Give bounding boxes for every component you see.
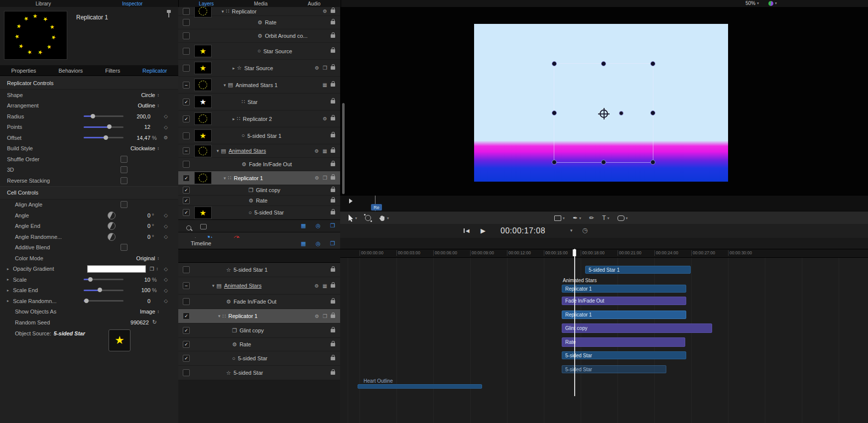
disclosure-triangle-icon[interactable]: ▸ bbox=[233, 116, 235, 121]
selection-handle[interactable] bbox=[601, 61, 606, 66]
track-bar[interactable] bbox=[358, 384, 482, 389]
show-behaviors-button[interactable]: ◎ bbox=[316, 222, 321, 229]
lock-icon[interactable] bbox=[331, 199, 335, 203]
radius-value[interactable]: 200,0 bbox=[129, 113, 150, 119]
layers-scrollbar[interactable] bbox=[342, 103, 345, 194]
lock-icon[interactable] bbox=[331, 117, 335, 120]
mask-tool-button[interactable]: ▾ bbox=[618, 215, 628, 221]
lock-icon[interactable] bbox=[331, 134, 335, 137]
activation-checkbox[interactable] bbox=[183, 132, 190, 139]
tab-media[interactable]: Media bbox=[254, 1, 267, 6]
disclosure-triangle-icon[interactable]: ▾ bbox=[224, 83, 226, 88]
show-filters-button[interactable]: ❐ bbox=[330, 222, 335, 229]
tab-inspector[interactable]: Inspector bbox=[122, 1, 142, 6]
gear-icon[interactable]: ⚙ bbox=[315, 65, 319, 71]
offset-slider[interactable] bbox=[84, 137, 124, 138]
layer-row[interactable]: – ▾ ▤ Animated Stars 1 ▦ bbox=[178, 77, 340, 94]
show-grid-button[interactable]: ▦ bbox=[301, 222, 306, 229]
activation-checkbox[interactable] bbox=[183, 161, 190, 168]
offset-value[interactable]: 14,47 bbox=[129, 135, 150, 141]
activation-checkbox[interactable] bbox=[183, 369, 190, 376]
layer-row[interactable]: ✓ ★ ∷ Star bbox=[178, 94, 340, 110]
filmstrip-icon[interactable]: ▦ bbox=[323, 283, 327, 289]
timecode-display[interactable]: 00:00:17:08 bbox=[500, 226, 545, 235]
behavior-gear-icon[interactable]: ⚙ bbox=[164, 135, 168, 140]
activation-checkbox[interactable] bbox=[183, 266, 190, 273]
gear-icon[interactable]: ⚙ bbox=[315, 175, 319, 181]
transform-target-icon[interactable] bbox=[600, 109, 608, 118]
activation-checkbox[interactable]: ✓ bbox=[183, 115, 190, 122]
timeline-row[interactable]: – ▾ ▤ Animated Stars ⚙▦ bbox=[178, 277, 340, 295]
scale-randomness-slider[interactable] bbox=[84, 300, 124, 302]
text-tool-button[interactable]: T▾ bbox=[602, 214, 609, 221]
tab-behaviors[interactable]: Behaviors bbox=[58, 68, 83, 74]
activation-checkbox[interactable] bbox=[183, 19, 190, 26]
track-bar-selected[interactable]: Replicator 1 bbox=[562, 311, 686, 319]
layer-row[interactable]: ★ ○ 5-sided Star 1 bbox=[178, 127, 340, 144]
shape-popup[interactable]: Circle bbox=[134, 92, 155, 98]
filmstrip-icon[interactable]: ▦ bbox=[323, 82, 327, 88]
track-bar[interactable]: Glint copy bbox=[562, 323, 712, 333]
points-slider[interactable] bbox=[84, 126, 124, 128]
disclosure-triangle-icon[interactable]: ▸ bbox=[233, 66, 235, 71]
activation-checkbox[interactable] bbox=[183, 32, 190, 39]
activation-checkbox[interactable]: ✓ bbox=[183, 313, 190, 319]
random-seed-value[interactable]: 990622 bbox=[128, 319, 149, 325]
track-bar[interactable]: 5-sided Star bbox=[562, 365, 666, 373]
keyframe-diamond[interactable]: ◇ bbox=[164, 298, 168, 304]
activation-checkbox[interactable] bbox=[183, 65, 190, 72]
tab-properties[interactable]: Properties bbox=[11, 68, 36, 74]
reverse-stacking-checkbox[interactable] bbox=[121, 177, 127, 184]
layer-row[interactable]: ✓ ★ ○ 5-sided Star bbox=[178, 206, 340, 219]
lock-icon[interactable] bbox=[331, 315, 335, 318]
angle-value[interactable]: 0 bbox=[129, 212, 150, 218]
tab-filters[interactable]: Filters bbox=[105, 68, 120, 74]
lock-icon[interactable] bbox=[331, 371, 335, 375]
timeline-row[interactable]: ⚙ Fade In/Fade Out bbox=[178, 295, 340, 309]
play-button[interactable]: ▶ bbox=[481, 227, 486, 234]
timeline-row-selected[interactable]: ✓ ▾ ∷ Replicator 1 ⚙❐ bbox=[178, 309, 340, 323]
scale-randomness-value[interactable]: 0 bbox=[129, 298, 150, 304]
lock-icon[interactable] bbox=[331, 329, 335, 332]
lock-icon[interactable] bbox=[331, 49, 335, 53]
activation-checkbox[interactable] bbox=[183, 298, 190, 305]
lock-icon[interactable] bbox=[331, 357, 335, 360]
selection-handle[interactable] bbox=[552, 160, 557, 165]
selection-handle[interactable] bbox=[650, 61, 655, 66]
selection-handle[interactable] bbox=[552, 110, 557, 115]
canvas-area[interactable] bbox=[340, 7, 868, 195]
tab-library[interactable]: Library bbox=[36, 1, 51, 6]
activation-checkbox[interactable]: – bbox=[183, 147, 190, 154]
disclosure-triangle-icon[interactable]: ▾ bbox=[218, 314, 221, 318]
lock-icon[interactable] bbox=[331, 189, 335, 192]
activation-checkbox[interactable]: ✓ bbox=[183, 175, 190, 182]
timeline-row[interactable]: ✓ ⚙ Rate bbox=[178, 338, 340, 351]
lock-icon[interactable] bbox=[331, 176, 335, 180]
align-angle-checkbox[interactable] bbox=[121, 201, 127, 208]
show-objects-as-popup[interactable]: Image bbox=[134, 309, 155, 315]
lock-icon[interactable] bbox=[331, 100, 335, 104]
scale-slider[interactable] bbox=[84, 279, 124, 280]
activation-checkbox[interactable]: ✓ bbox=[183, 209, 190, 216]
filter-icon[interactable] bbox=[200, 224, 207, 229]
chevron-down-icon[interactable]: ▾ bbox=[570, 228, 573, 233]
layer-row-selected[interactable]: ✓ ▾ ∷ Replicator 1 ⚙❐ bbox=[178, 171, 340, 185]
keyframe-diamond[interactable]: ◇ bbox=[164, 266, 168, 272]
build-style-popup[interactable]: Clockwise bbox=[130, 145, 155, 151]
selection-handle[interactable] bbox=[601, 160, 606, 165]
track-bar[interactable]: 5-sided Star bbox=[562, 351, 686, 359]
disclosure-triangle-icon[interactable]: ▸ bbox=[7, 299, 13, 303]
selection-handle[interactable] bbox=[650, 160, 655, 165]
tab-layers[interactable]: Layers bbox=[199, 1, 214, 6]
lock-icon[interactable] bbox=[331, 83, 335, 87]
scale-value[interactable]: 10 bbox=[129, 277, 150, 283]
generate-seed-icon[interactable]: ↻ bbox=[152, 319, 157, 325]
timeline-row[interactable]: ✓ ❐ Glint copy bbox=[178, 323, 340, 338]
tab-audio[interactable]: Audio bbox=[308, 1, 321, 6]
timeline-tracks[interactable]: 5-sided Star 1 Animated Stars Replicator… bbox=[340, 258, 868, 423]
angle-randomness-dial[interactable] bbox=[108, 233, 116, 241]
lock-icon[interactable] bbox=[331, 66, 335, 70]
lock-icon[interactable] bbox=[331, 21, 335, 24]
timeline-row[interactable]: ✓ ○ 5-sided Star bbox=[178, 351, 340, 366]
gear-icon[interactable]: ⚙ bbox=[323, 8, 327, 14]
